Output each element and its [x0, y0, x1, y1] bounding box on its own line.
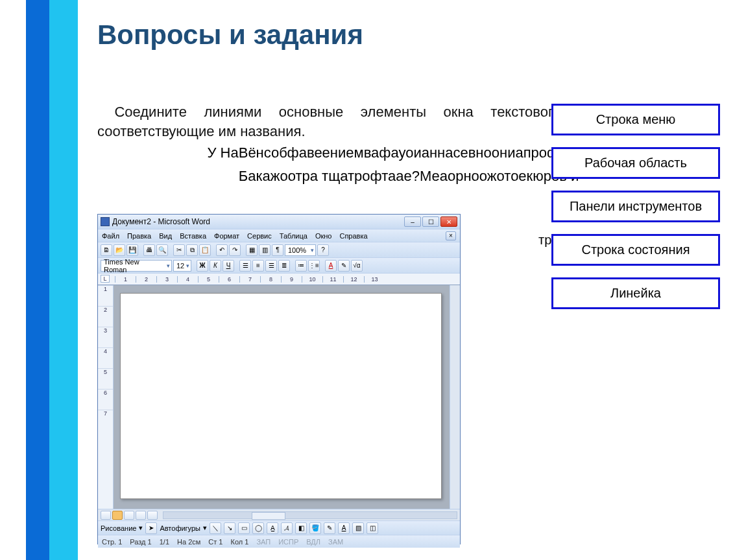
document-page[interactable]	[120, 293, 442, 499]
menu-format[interactable]: Формат	[214, 232, 239, 240]
vertical-scrollbar[interactable]	[450, 285, 460, 509]
menu-insert[interactable]: Вставка	[180, 232, 206, 240]
fill-color-icon[interactable]: 🪣	[309, 522, 321, 534]
underline-icon[interactable]: Ч	[223, 260, 234, 272]
undo-icon[interactable]: ↶	[216, 244, 228, 256]
status-line: Ст 1	[208, 538, 223, 546]
font-color2-icon[interactable]: A	[338, 522, 350, 534]
word-window: Документ2 - Microsoft Word – ☐ ✕ Файл Пр…	[97, 214, 461, 544]
rect-icon[interactable]: ▭	[238, 522, 250, 534]
font-color-icon[interactable]: A	[325, 260, 337, 272]
shadow-icon[interactable]: ▧	[352, 522, 364, 534]
window-controls: – ☐ ✕	[404, 216, 457, 227]
help-icon[interactable]: ?	[317, 244, 329, 256]
save-icon[interactable]: 💾	[126, 244, 138, 256]
menu-bar[interactable]: Файл Правка Вид Вставка Формат Сервис Та…	[98, 229, 460, 242]
highlight-icon[interactable]: ✎	[338, 260, 350, 272]
view-reading-icon[interactable]	[147, 511, 158, 520]
close-button[interactable]: ✕	[440, 216, 457, 227]
3d-icon[interactable]: ◫	[367, 522, 378, 534]
menu-file[interactable]: Файл	[102, 232, 119, 240]
menu-view[interactable]: Вид	[159, 232, 172, 240]
status-flag-ext: ВДЛ	[306, 538, 320, 546]
drawing-toolbar[interactable]: Рисование▾ ➤ Автофигуры▾ ＼ ↘ ▭ ◯ A̲ 𝓐 ◧ …	[98, 520, 460, 535]
numbered-list-icon[interactable]: ≔	[295, 260, 307, 272]
side-accent-band	[26, 0, 78, 560]
word-icon	[101, 217, 110, 226]
paragraph-icon[interactable]: ¶	[272, 244, 283, 256]
line-color-icon[interactable]: ✎	[324, 522, 335, 534]
print-icon[interactable]: 🖶	[143, 244, 155, 256]
copy-icon[interactable]: ⧉	[186, 244, 198, 256]
doc-close-button[interactable]: ×	[446, 231, 456, 240]
menu-window[interactable]: Окно	[315, 232, 332, 240]
view-outline-icon[interactable]	[124, 511, 134, 520]
label-toolbars[interactable]: Панели инструментов	[551, 191, 720, 222]
labels-column: Строка меню Рабочая область Панели инстр…	[551, 104, 720, 309]
autoshapes-label[interactable]: Автофигуры	[160, 524, 200, 532]
status-at: На 2см	[177, 538, 200, 546]
font-name-combo[interactable]: Times New Roman	[101, 260, 172, 272]
ruler-tab-left[interactable]: L	[101, 275, 110, 283]
horizontal-scrollbar[interactable]	[163, 511, 457, 519]
columns-icon[interactable]: ▥	[259, 244, 271, 256]
paste-icon[interactable]: 📋	[199, 244, 211, 256]
menu-tools[interactable]: Сервис	[247, 232, 272, 240]
arrow-icon[interactable]: ↘	[224, 522, 235, 534]
maximize-button[interactable]: ☐	[422, 216, 439, 227]
status-pages: 1/1	[160, 538, 169, 546]
preview-icon[interactable]: 🔍	[156, 244, 168, 256]
open-icon[interactable]: 📂	[114, 244, 125, 256]
slide-content: Вопросы и задания Соедините линиями осно…	[97, 19, 720, 211]
line-icon[interactable]: ＼	[210, 522, 221, 534]
bulleted-list-icon[interactable]: ⋮≡	[308, 260, 320, 272]
drawing-label[interactable]: Рисование	[101, 524, 136, 532]
align-center-icon[interactable]: ≡	[252, 260, 264, 272]
italic-icon[interactable]: К	[210, 260, 221, 272]
status-page: Стр. 1	[102, 538, 122, 546]
new-icon[interactable]: 🗎	[101, 244, 112, 256]
page-title: Вопросы и задания	[97, 19, 720, 51]
editing-area: 1 2 3 4 5 6 7	[98, 285, 460, 509]
status-flag-trk: ИСПР	[278, 538, 298, 546]
align-justify-icon[interactable]: ≣	[278, 260, 290, 272]
horizontal-ruler[interactable]: L 1 2 3 4 5 6 7 8 9 10 11 12 13	[98, 273, 460, 285]
formatting-toolbar[interactable]: Times New Roman 12 Ж К Ч ☰ ≡ ☰ ≣ ≔ ⋮≡ A …	[98, 257, 460, 273]
view-normal-icon[interactable]	[101, 511, 111, 520]
label-status-bar[interactable]: Строка состояния	[551, 234, 720, 266]
window-title: Документ2 - Microsoft Word	[112, 217, 402, 226]
status-col: Кол 1	[230, 538, 248, 546]
titlebar: Документ2 - Microsoft Word – ☐ ✕	[98, 215, 460, 229]
align-left-icon[interactable]: ☰	[239, 260, 251, 272]
align-right-icon[interactable]: ☰	[265, 260, 277, 272]
menu-help[interactable]: Справка	[339, 232, 367, 240]
view-layout-icon[interactable]	[112, 511, 123, 520]
view-bar	[98, 509, 460, 520]
select-icon[interactable]: ➤	[145, 522, 157, 534]
wordart-icon[interactable]: 𝓐	[281, 522, 293, 534]
status-flag-ovr: ЗАМ	[328, 538, 343, 546]
label-menu-bar[interactable]: Строка меню	[551, 104, 720, 135]
cut-icon[interactable]: ✂	[173, 244, 185, 256]
menu-edit[interactable]: Правка	[127, 232, 151, 240]
status-section: Разд 1	[130, 538, 151, 546]
menu-table[interactable]: Таблица	[280, 232, 307, 240]
textbox-icon[interactable]: A̲	[267, 522, 278, 534]
oval-icon[interactable]: ◯	[252, 522, 264, 534]
minimize-button[interactable]: –	[404, 216, 421, 227]
equation-icon[interactable]: √α	[351, 260, 363, 272]
label-ruler[interactable]: Линейка	[551, 277, 720, 309]
redo-icon[interactable]: ↷	[229, 244, 241, 256]
view-web-icon[interactable]	[136, 511, 146, 520]
status-bar: Стр. 1 Разд 1 1/1 На 2см Ст 1 Кол 1 ЗАП …	[98, 535, 460, 548]
table-icon[interactable]: ▦	[246, 244, 258, 256]
label-work-area[interactable]: Рабочая область	[551, 147, 720, 179]
standard-toolbar[interactable]: 🗎 📂 💾 🖶 🔍 ✂ ⧉ 📋 ↶ ↷ ▦ ▥ ¶ 100% ?	[98, 242, 460, 257]
status-flag-rec: ЗАП	[256, 538, 271, 546]
vertical-ruler[interactable]: 1 2 3 4 5 6 7	[98, 285, 114, 509]
bold-icon[interactable]: Ж	[197, 260, 208, 272]
font-size-combo[interactable]: 12	[173, 260, 191, 272]
diagram-icon[interactable]: ◧	[295, 522, 307, 534]
zoom-combo[interactable]: 100%	[285, 244, 316, 256]
